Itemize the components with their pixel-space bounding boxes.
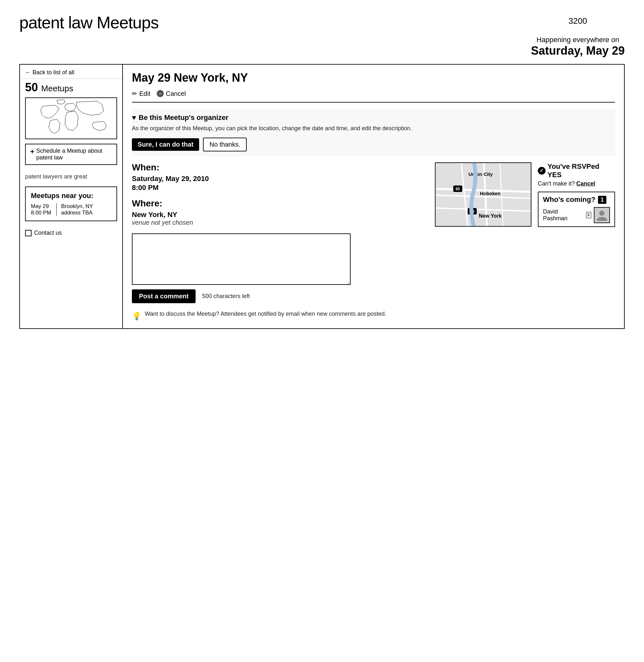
notification-row: 💡 Want to discuss the Meetup? Attendees … <box>132 310 615 322</box>
header-right: 3200 Happening everywhere on Saturday, M… <box>531 16 625 57</box>
notification-text: Want to discuss the Meetup? Attendees ge… <box>145 310 386 318</box>
rsvp-cancel-link[interactable]: Cancel <box>576 180 595 187</box>
when-date: Saturday, May 29, 2010 <box>132 174 429 183</box>
cancel-icon-circle: – <box>157 90 164 97</box>
attendee-name: David Pashman <box>543 208 583 222</box>
organizer-box: ♥ Be this Meetup's organizer As the orga… <box>132 109 615 156</box>
rsvp-col: ✓ You've RSVPed YES Can't make it? Cance… <box>538 162 615 227</box>
tagline: patent lawyers are great <box>20 170 122 183</box>
cancel-label: Cancel <box>166 90 186 97</box>
where-venue: venue not yet chosen <box>132 219 429 226</box>
edit-button[interactable]: Edit <box>132 90 150 97</box>
reference-number: 3200 <box>531 16 625 26</box>
when-time: 8:00 PM <box>132 184 429 192</box>
main-content: May 29 New York, NY Edit – Cancel ♥ Be t… <box>123 65 624 328</box>
happening-date: Saturday, May 29 <box>531 44 625 57</box>
svg-text:Hoboken: Hoboken <box>480 191 501 196</box>
svg-text:Union City: Union City <box>469 171 493 177</box>
event-header: May 29 New York, NY <box>132 71 615 85</box>
attendee-avatar <box>594 207 610 223</box>
map-box: 95 78 Union City Hoboken New York <box>435 162 531 227</box>
nothanks-button[interactable]: No thanks. <box>203 138 247 151</box>
page-title: patent law Meetups <box>19 13 159 32</box>
attendee-count-badge: 1 <box>598 196 606 204</box>
nearby-box: Meetups near you: May 29 8:00 PM Brookly… <box>25 187 117 221</box>
chars-left: 500 characters left <box>202 293 250 300</box>
event-details-left: When: Saturday, May 29, 2010 8:00 PM Whe… <box>132 162 429 227</box>
sidebar: ← Back to list of all 50 Meetups <box>20 65 123 328</box>
world-map-svg <box>26 98 116 139</box>
sidebar-meetup-count: 50 Meetups <box>20 79 122 97</box>
nearby-info-col: Brooklyn, NY address TBA <box>60 203 93 216</box>
schedule-label: Schedule a Meetup about patent law <box>36 147 112 161</box>
organizer-desc: As the organizer of this Meetup, you can… <box>132 124 615 133</box>
nearby-city: Brooklyn, NY <box>61 203 93 210</box>
organizer-buttons: Sure, I can do that No thanks. <box>132 138 615 151</box>
nearby-entry: May 29 8:00 PM Brooklyn, NY address TBA <box>31 203 111 216</box>
contact-checkbox[interactable] <box>25 230 31 236</box>
action-bar: Edit – Cancel <box>132 90 615 102</box>
checkmark-icon: ✓ <box>538 167 546 174</box>
svg-text:95: 95 <box>456 187 460 191</box>
contact-label: Contact us <box>34 230 62 236</box>
organizer-title: ♥ Be this Meetup's organizer <box>132 114 615 122</box>
nearby-address: address TBA <box>61 210 93 216</box>
world-map-box[interactable] <box>25 97 117 139</box>
heart-icon: ♥ <box>132 114 136 122</box>
bulb-icon: 💡 <box>132 310 141 322</box>
page-header: patent law Meetups 3200 Happening everyw… <box>19 13 625 57</box>
happening-label: Happening everywhere on <box>531 36 625 44</box>
map-svg: 95 78 Union City Hoboken New York <box>436 163 531 227</box>
where-city: New York, NY <box>132 211 429 219</box>
cancel-event-button[interactable]: – Cancel <box>157 90 186 97</box>
event-details-row: When: Saturday, May 29, 2010 8:00 PM Whe… <box>132 162 615 227</box>
svg-point-15 <box>599 211 604 216</box>
post-comment-button[interactable]: Post a comment <box>132 289 196 303</box>
who-coming-title: Who's coming? 1 <box>543 195 610 204</box>
pencil-icon <box>132 90 137 97</box>
nearby-time: 8:00 PM <box>31 210 53 216</box>
nearby-title: Meetups near you: <box>31 192 111 200</box>
schedule-meetup-box[interactable]: + Schedule a Meetup about patent law <box>25 144 117 165</box>
where-label: Where: <box>132 198 429 209</box>
sure-button[interactable]: Sure, I can do that <box>132 138 199 151</box>
edit-label: Edit <box>139 90 150 97</box>
comment-section: Post a comment 500 characters left 💡 Wan… <box>132 233 615 322</box>
comment-controls: Post a comment 500 characters left <box>132 289 615 303</box>
rsvp-cancel-row: Can't make it? Cancel <box>538 180 615 187</box>
nearby-date: May 29 <box>31 203 53 210</box>
when-label: When: <box>132 162 429 173</box>
comment-textarea[interactable] <box>132 233 351 285</box>
attendee-row: David Pashman F <box>543 207 610 223</box>
attendee-badge: F <box>586 212 592 218</box>
sidebar-back[interactable]: ← Back to list of all <box>20 65 122 79</box>
rsvp-status: ✓ You've RSVPed YES <box>538 162 615 179</box>
who-coming-box: Who's coming? 1 David Pashman F <box>538 192 615 227</box>
main-layout: ← Back to list of all 50 Meetups <box>19 64 625 329</box>
nearby-date-col: May 29 8:00 PM <box>31 203 56 216</box>
svg-text:New York: New York <box>479 213 502 219</box>
contact-row[interactable]: Contact us <box>20 224 122 241</box>
plus-icon: + <box>30 147 34 156</box>
